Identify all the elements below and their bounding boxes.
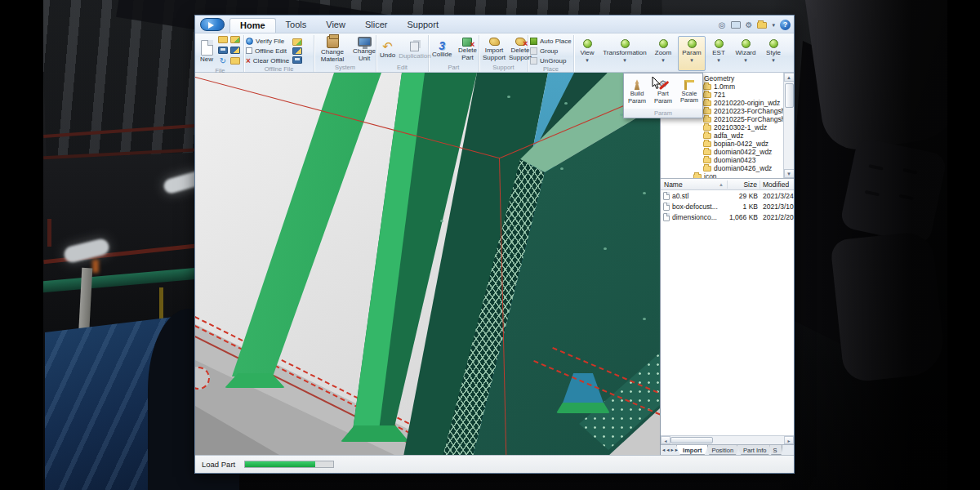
file-row[interactable]: dimensionco... 1,066 KB 2021/2/20 19:4. — [661, 212, 794, 222]
auto-place-button[interactable]: Auto Place — [530, 36, 572, 46]
part-plate-foot — [556, 403, 610, 413]
tab-tools[interactable]: Tools — [276, 18, 317, 33]
offline-folder-icon[interactable] — [292, 38, 302, 46]
group-offline-file: Verify File Offline Edit × Clear Offline — [244, 35, 314, 72]
tab-home[interactable]: Home — [229, 18, 276, 33]
tree-item-icon-folder[interactable]: icon — [661, 172, 782, 179]
file-list-hscrollbar[interactable]: ◂ ▸ — [661, 435, 794, 444]
chevron-down-icon[interactable]: ▾ — [772, 22, 775, 29]
column-header-name[interactable]: Name ▲ — [661, 180, 728, 189]
group-icon — [530, 47, 537, 55]
undo-button[interactable]: ↶ Undo — [378, 41, 397, 60]
delete-part-button[interactable]: × Delete Part — [453, 38, 481, 62]
support-icon — [489, 38, 500, 46]
tree-item[interactable]: duomian0423 — [661, 156, 782, 164]
orb-icon — [715, 39, 724, 48]
file-icon — [663, 192, 670, 200]
ceiling-light — [62, 238, 110, 265]
tree-item[interactable]: adfa_wdz — [661, 131, 782, 140]
application-menu-button[interactable] — [200, 18, 225, 31]
right-panel: Geometry 1.0mm 721 20210220-origin_wdz 2… — [661, 73, 794, 455]
import-folder-icon[interactable] — [230, 36, 240, 43]
param-dropdown[interactable]: Param ▾ — [678, 36, 706, 71]
ungroup-icon — [530, 57, 537, 65]
new-button[interactable]: New — [198, 40, 215, 64]
verify-file-button[interactable]: Verify File — [246, 36, 289, 46]
tab-slicer[interactable]: Slicer — [355, 18, 398, 33]
import-support-button[interactable]: Import Support — [481, 38, 507, 62]
transformation-dropdown[interactable]: Transformation ▾ — [601, 36, 648, 71]
help-icon[interactable]: ? — [780, 20, 791, 30]
tree-item[interactable]: 20210302-1_wdz — [661, 123, 782, 131]
ring-icon[interactable]: ◎ — [719, 21, 726, 29]
scale-param-item[interactable]: Scale Param — [677, 80, 702, 105]
scroll-down-icon[interactable]: ▼ — [784, 169, 795, 178]
panel-tab-part-info[interactable]: Part Info — [737, 445, 773, 455]
offline-edit-checkbox[interactable]: Offline Edit — [246, 46, 289, 56]
change-unit-button[interactable]: Change Unit — [349, 37, 380, 63]
status-label: Load Part — [202, 460, 244, 469]
clear-offline-button[interactable]: × Clear Offline — [246, 56, 289, 65]
main-area: Build Param ⚙ Part Param Scale Param Par… — [195, 73, 794, 455]
folder-icon — [703, 133, 711, 139]
scroll-left-icon[interactable]: ◂ — [661, 436, 670, 444]
tree-scrollbar[interactable]: ▲ ▼ — [783, 73, 794, 178]
load-progress-bar — [244, 461, 334, 468]
tree-item[interactable]: duomian0426_wdz — [661, 164, 782, 172]
tab-nav-buttons: ◂ ◂ ▸ ▸ — [661, 445, 679, 455]
panel-tab-import[interactable]: Import — [676, 445, 708, 455]
zoom-dropdown[interactable]: Zoom ▾ — [650, 36, 676, 71]
scroll-up-icon[interactable]: ▲ — [784, 73, 795, 82]
tab-view[interactable]: View — [316, 18, 355, 33]
scrollbar-thumb[interactable] — [785, 83, 794, 108]
nav-first-icon[interactable]: ◂ — [662, 447, 665, 453]
3d-viewport[interactable] — [195, 73, 661, 455]
nav-next-icon[interactable]: ▸ — [671, 447, 674, 453]
tab-support[interactable]: Support — [397, 18, 448, 33]
save-icon[interactable] — [218, 47, 228, 54]
offline-sync-icon[interactable] — [292, 47, 302, 55]
param-menu-footer: Param — [624, 109, 702, 118]
theme-folder-icon[interactable] — [757, 22, 767, 29]
file-list: Name ▲ Size Modified a0.stl 29 KB 2021/3… — [661, 179, 794, 444]
open-folder-icon[interactable] — [218, 36, 228, 43]
scroll-right-icon[interactable]: ▸ — [784, 436, 794, 444]
panel-tab-position[interactable]: Position — [705, 445, 740, 455]
folder-icon — [703, 84, 711, 90]
wizard-dropdown[interactable]: Wizard ▾ — [732, 36, 760, 71]
file-row[interactable]: box-defocust... 1 KB 2021/3/10 18:1. — [661, 201, 794, 212]
group-place: Auto Place Group UnGroup Place — [528, 35, 574, 72]
group-button[interactable]: Group — [530, 46, 558, 56]
file-row[interactable]: a0.stl 29 KB 2021/3/24 18:3. — [661, 190, 794, 201]
gear-icon[interactable]: ⚙ — [746, 21, 753, 29]
progress-fill — [245, 461, 315, 467]
style-dropdown[interactable]: Style ▾ — [761, 36, 786, 71]
save-as-icon[interactable] — [230, 47, 240, 54]
panel-tab-bar: ◂ ◂ ▸ ▸ Import Position Part Info S — [661, 444, 794, 455]
panel-tab-clipped[interactable]: S — [769, 445, 782, 455]
est-dropdown[interactable]: EST ▾ — [707, 36, 730, 71]
param-dropdown-menu: Build Param ⚙ Part Param Scale Param Par… — [623, 73, 703, 118]
folder-icon — [703, 149, 711, 155]
nav-prev-icon[interactable]: ◂ — [666, 447, 669, 453]
tree-item[interactable]: bopian-0422_wdz — [661, 140, 782, 148]
view-dropdown[interactable]: View ▾ — [575, 36, 599, 71]
ungroup-button[interactable]: UnGroup — [530, 56, 566, 65]
duplication-button[interactable]: Duplication — [397, 39, 433, 60]
collide-button[interactable]: 3 Collide — [430, 41, 453, 59]
offline-save-icon[interactable] — [292, 56, 302, 64]
orb-icon — [769, 39, 778, 48]
monitor-icon[interactable] — [731, 21, 741, 29]
column-header-modified[interactable]: Modified — [760, 180, 794, 189]
tree-item[interactable]: duomian0422_wdz — [661, 148, 782, 156]
orb-icon — [659, 39, 668, 48]
change-material-button[interactable]: Change Material — [316, 36, 349, 64]
ribbon-tabs: Home Tools View Slicer Support — [229, 18, 448, 33]
slicer-app-window: Home Tools View Slicer Support ◎ ⚙ ▾ ? — [194, 15, 795, 474]
scrollbar-thumb[interactable] — [670, 437, 713, 443]
column-header-size[interactable]: Size — [728, 180, 760, 189]
group-label-support: Support — [481, 64, 526, 72]
build-param-item[interactable]: Build Param — [625, 79, 649, 105]
recent-folder-icon[interactable] — [230, 57, 240, 65]
sync-icon[interactable]: ↻ — [218, 57, 228, 65]
